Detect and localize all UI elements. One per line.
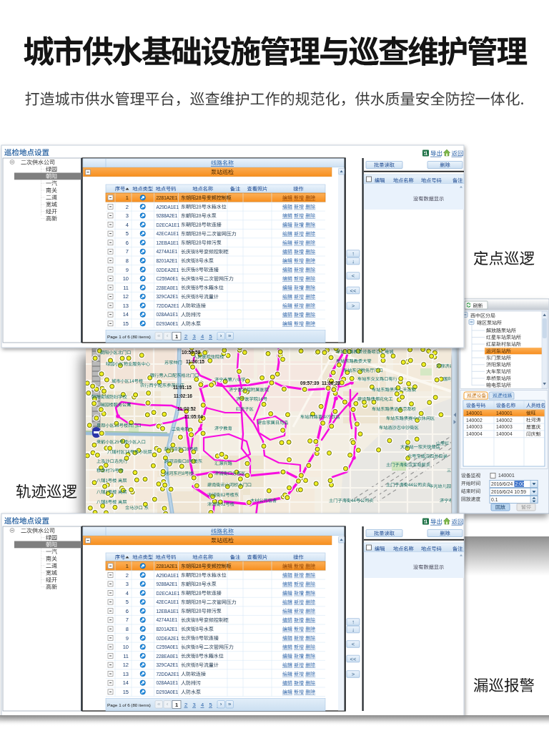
svg-text:10:59:58: 10:59:58 xyxy=(182,350,201,355)
svg-text:11:03:52: 11:03:52 xyxy=(177,406,196,411)
svg-text:140003: 140003 xyxy=(496,424,513,429)
svg-text:2016/6/24: 2016/6/24 xyxy=(491,481,513,486)
svg-text:0.1: 0.1 xyxy=(491,497,498,502)
svg-text:140001: 140001 xyxy=(466,411,483,416)
svg-text:140004: 140004 xyxy=(466,431,483,436)
svg-text:140002: 140002 xyxy=(496,418,513,423)
svg-text:2:00: 2:00 xyxy=(515,481,525,486)
svg-text:11:00:15: 11:00:15 xyxy=(186,359,204,364)
svg-text:140003: 140003 xyxy=(466,424,483,429)
svg-text:11:05:04: 11:05:04 xyxy=(184,414,203,419)
svg-text:11:06:28: 11:06:28 xyxy=(322,381,340,386)
svg-text:140001: 140001 xyxy=(496,411,513,416)
svg-text:11:01:15: 11:01:15 xyxy=(173,385,192,390)
svg-text:11:02:16: 11:02:16 xyxy=(174,393,192,398)
svg-text:2016/6/24 10:59: 2016/6/24 10:59 xyxy=(491,489,526,494)
svg-text:140002: 140002 xyxy=(466,418,483,423)
svg-text:140004: 140004 xyxy=(496,431,513,436)
svg-text:140001: 140001 xyxy=(498,473,515,478)
svg-text:09:57:39: 09:57:39 xyxy=(300,381,320,386)
